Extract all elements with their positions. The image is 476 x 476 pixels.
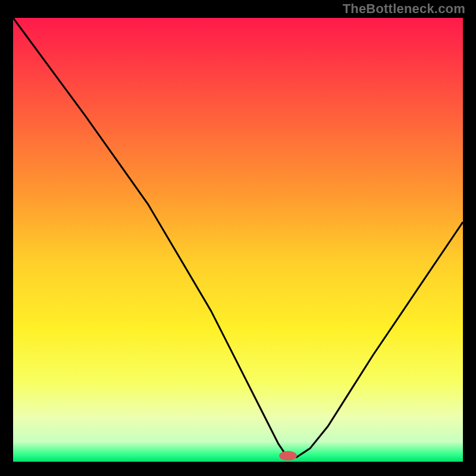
watermark-text: TheBottleneck.com — [343, 1, 465, 17]
plot-background — [13, 18, 463, 462]
bottleneck-chart — [0, 0, 476, 476]
optimal-marker — [279, 451, 297, 461]
